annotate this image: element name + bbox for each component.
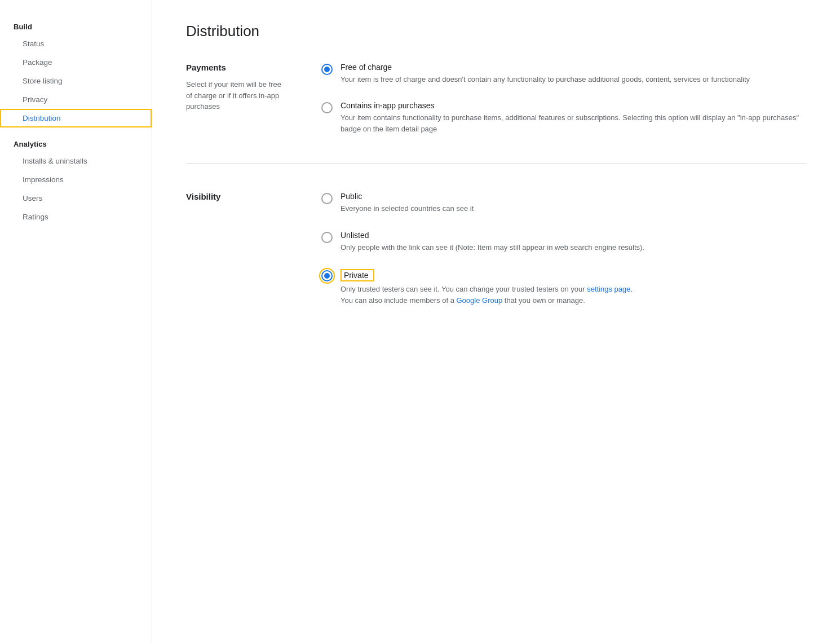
visibility-private-desc: Only trusted testers can see it. You can…: [341, 284, 806, 306]
payments-label-col: Payments Select if your item will be fre…: [186, 63, 288, 135]
sidebar-item-package[interactable]: Package: [0, 53, 152, 72]
payments-inapp-desc: Your item contains functionality to purc…: [341, 112, 806, 135]
visibility-public-text: Public Everyone in selected countries ca…: [341, 192, 806, 214]
radio-circle-free[interactable]: [321, 64, 333, 75]
payments-radio-inapp[interactable]: [321, 102, 333, 113]
sidebar-item-store-listing[interactable]: Store listing: [0, 72, 152, 90]
visibility-label: Visibility: [186, 192, 288, 201]
main-content: Distribution Payments Select if your ite…: [152, 0, 840, 643]
google-group-link[interactable]: Google Group: [456, 296, 502, 305]
visibility-private-text: Private Only trusted testers can see it.…: [341, 269, 806, 306]
payments-description: Select if your item will be free of char…: [186, 79, 288, 112]
radio-circle-public[interactable]: [321, 193, 333, 204]
payments-free-text: Free of charge Your item is free of char…: [341, 63, 806, 85]
visibility-public-desc: Everyone in selected countries can see i…: [341, 203, 806, 214]
private-desc-part1: Only trusted testers can see it. You can…: [341, 285, 587, 293]
payments-inapp-text: Contains in-app purchases Your item cont…: [341, 101, 806, 135]
sidebar-section-analytics: Analytics: [0, 134, 152, 152]
radio-circle-inapp[interactable]: [321, 102, 333, 113]
payments-option-free: Free of charge Your item is free of char…: [321, 63, 806, 85]
radio-circle-private[interactable]: [321, 270, 333, 281]
visibility-radio-unlisted[interactable]: [321, 232, 333, 243]
sidebar: Build Status Package Store listing Priva…: [0, 0, 152, 643]
visibility-radio-public[interactable]: [321, 193, 333, 204]
sidebar-section-build: Build: [0, 17, 152, 34]
sidebar-item-status[interactable]: Status: [0, 34, 152, 53]
sidebar-item-distribution[interactable]: Distribution: [0, 109, 152, 127]
visibility-label-col: Visibility: [186, 192, 288, 306]
sidebar-item-users[interactable]: Users: [0, 189, 152, 208]
payments-inapp-title: Contains in-app purchases: [341, 101, 806, 110]
payments-free-desc: Your item is free of charge and doesn't …: [341, 74, 806, 85]
sidebar-item-installs[interactable]: Installs & uninstalls: [0, 152, 152, 170]
visibility-unlisted-text: Unlisted Only people with the link can s…: [341, 231, 806, 253]
page-title: Distribution: [186, 23, 806, 40]
private-desc-part2: .: [631, 285, 633, 293]
payments-free-title: Free of charge: [341, 63, 806, 72]
visibility-option-private: Private Only trusted testers can see it.…: [321, 269, 806, 306]
settings-page-link[interactable]: settings page: [587, 285, 630, 293]
visibility-unlisted-desc: Only people with the link can see it (No…: [341, 242, 806, 253]
sidebar-item-impressions[interactable]: Impressions: [0, 170, 152, 189]
payments-radio-free[interactable]: [321, 64, 333, 75]
sidebar-item-ratings[interactable]: Ratings: [0, 208, 152, 226]
visibility-private-title: Private: [341, 269, 806, 281]
visibility-unlisted-title: Unlisted: [341, 231, 806, 240]
payments-section: Payments Select if your item will be fre…: [186, 63, 806, 164]
private-desc-part3: You can also include members of a: [341, 296, 456, 305]
visibility-options: Public Everyone in selected countries ca…: [321, 192, 806, 306]
radio-circle-unlisted[interactable]: [321, 232, 333, 243]
private-desc-part4: that you own or manage.: [502, 296, 585, 305]
payments-option-inapp: Contains in-app purchases Your item cont…: [321, 101, 806, 135]
payments-options: Free of charge Your item is free of char…: [321, 63, 806, 135]
visibility-public-title: Public: [341, 192, 806, 201]
sidebar-item-privacy[interactable]: Privacy: [0, 90, 152, 109]
private-title-highlight: Private: [341, 269, 374, 281]
payments-label: Payments: [186, 63, 288, 72]
visibility-section: Visibility Public Everyone in selected c…: [186, 192, 806, 334]
visibility-option-public: Public Everyone in selected countries ca…: [321, 192, 806, 214]
visibility-option-unlisted: Unlisted Only people with the link can s…: [321, 231, 806, 253]
visibility-radio-private[interactable]: [321, 270, 333, 281]
